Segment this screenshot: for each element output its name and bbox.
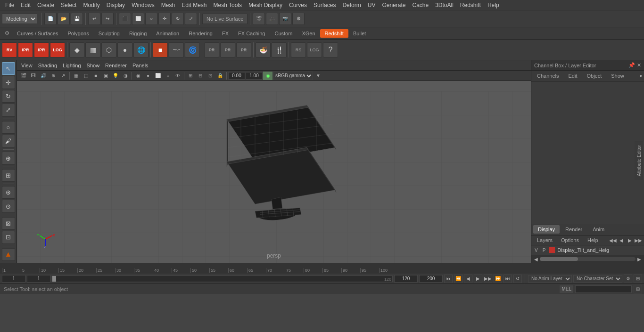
menu-mesh-display[interactable]: Mesh Display bbox=[245, 1, 286, 9]
max-end-input[interactable] bbox=[419, 275, 443, 283]
shelf-icon-ipr2[interactable]: IPR bbox=[34, 42, 49, 57]
new-file-button[interactable]: 📄 bbox=[44, 13, 57, 25]
layers-scrollbar[interactable]: ◀ ▶ bbox=[531, 255, 644, 263]
status-icon[interactable]: ⊞ bbox=[634, 285, 642, 293]
vp-smooth-icon[interactable]: ○ bbox=[163, 72, 173, 80]
paint-tool[interactable]: 🖌 bbox=[2, 135, 15, 147]
vp-gate-icon[interactable]: ⊡ bbox=[206, 72, 215, 80]
shelf-icon-diamond[interactable]: ◆ bbox=[69, 42, 84, 57]
menu-generate[interactable]: Generate bbox=[379, 1, 409, 9]
menu-mesh[interactable]: Mesh bbox=[158, 1, 178, 9]
undo-button[interactable]: ↩ bbox=[88, 13, 100, 25]
shelf-icon-log2[interactable]: LOG bbox=[307, 42, 322, 57]
cb-tab-channels[interactable]: Channels bbox=[533, 72, 562, 80]
layers-options[interactable]: Options bbox=[557, 236, 583, 244]
vp-menu-view[interactable]: View bbox=[19, 62, 35, 69]
tab-display[interactable]: Display bbox=[533, 225, 560, 234]
menu-display[interactable]: Display bbox=[103, 1, 128, 9]
channelbox-pin-icon[interactable]: 📌 bbox=[628, 62, 635, 68]
vp-shaded-icon[interactable]: ■ bbox=[91, 72, 100, 80]
lasso-tool[interactable]: ○ bbox=[2, 121, 15, 134]
shelf-icon-pr2[interactable]: PR bbox=[220, 42, 235, 57]
render-button-1[interactable]: 🎬 bbox=[253, 13, 265, 25]
tab-rendering[interactable]: Rendering bbox=[184, 29, 217, 38]
shelf-icon-spiral[interactable]: 🌀 bbox=[185, 42, 200, 57]
tab-xgen[interactable]: XGen bbox=[297, 29, 320, 38]
shelf-icon-bowl[interactable]: 🍜 bbox=[256, 42, 271, 57]
tab-sculpting[interactable]: Sculpting bbox=[94, 29, 124, 38]
select-tool-button[interactable]: ⬛ bbox=[119, 13, 131, 25]
render-button-2[interactable]: 🎥 bbox=[266, 13, 278, 25]
vp-grid-icon[interactable]: ▦ bbox=[71, 72, 81, 80]
vp-menu-lighting[interactable]: Lighting bbox=[60, 62, 83, 69]
vp-texture-icon[interactable]: ▣ bbox=[101, 72, 110, 80]
tab-bullet[interactable]: Bullet bbox=[348, 29, 371, 38]
vp-bbox-icon[interactable]: ⬜ bbox=[153, 72, 163, 80]
vp-color-icon[interactable]: ▼ bbox=[314, 72, 323, 80]
layers-help[interactable]: Help bbox=[584, 236, 602, 244]
display-tool[interactable]: ⊠ bbox=[2, 217, 15, 230]
timeline-ruler[interactable]: 1 5 10 15 20 25 30 35 40 45 50 55 60 65 … bbox=[0, 263, 644, 274]
layer-arrow-3[interactable]: ▶ bbox=[626, 236, 634, 244]
tab-animation[interactable]: Animation bbox=[151, 29, 184, 38]
scroll-left-arrow[interactable]: ◀ bbox=[532, 255, 540, 263]
layers-menu[interactable]: Layers bbox=[533, 236, 556, 244]
soft-select-tool[interactable]: ⊛ bbox=[2, 186, 15, 199]
scroll-thumb[interactable] bbox=[540, 257, 578, 261]
tab-anim[interactable]: Anim bbox=[588, 225, 609, 234]
menu-deform[interactable]: Deform bbox=[339, 1, 364, 9]
cb-tab-edit[interactable]: Edit bbox=[564, 72, 581, 80]
menu-mesh-tools[interactable]: Mesh Tools bbox=[210, 1, 245, 9]
scroll-right-arrow[interactable]: ▶ bbox=[636, 255, 643, 263]
layer-v-btn[interactable]: V bbox=[533, 247, 539, 253]
timeline-scrubber[interactable]: 120 bbox=[52, 275, 393, 282]
snap-tool[interactable]: ⊕ bbox=[2, 152, 15, 164]
vp-menu-panels[interactable]: Panels bbox=[130, 62, 151, 69]
menu-windows[interactable]: Windows bbox=[128, 1, 158, 9]
pb-step-back[interactable]: ⏪ bbox=[454, 275, 462, 283]
frame-all-tool[interactable]: ▲ bbox=[2, 248, 15, 261]
scale-tool-button[interactable]: ⤢ bbox=[185, 13, 197, 25]
bb-settings-icon[interactable]: ⚙ bbox=[624, 275, 632, 283]
shelf-settings-icon[interactable]: ⚙ bbox=[2, 28, 12, 39]
pb-goto-end[interactable]: ⏭ bbox=[504, 275, 512, 283]
scroll-track[interactable] bbox=[540, 257, 636, 261]
vp-val2-input[interactable] bbox=[246, 72, 263, 80]
pb-step-fwd[interactable]: ⏩ bbox=[494, 275, 502, 283]
menu-edit[interactable]: Edit bbox=[17, 1, 34, 9]
tab-custom[interactable]: Custom bbox=[270, 29, 297, 38]
vp-menu-show[interactable]: Show bbox=[84, 62, 102, 69]
menu-curves[interactable]: Curves bbox=[286, 1, 310, 9]
pb-next-frame[interactable]: ▶▶ bbox=[484, 275, 492, 283]
tab-fx-caching[interactable]: FX Caching bbox=[233, 29, 270, 38]
pb-play-fwd[interactable]: ▶ bbox=[474, 275, 482, 283]
open-file-button[interactable]: 📂 bbox=[58, 13, 70, 25]
layer-arrow-1[interactable]: ◀◀ bbox=[609, 236, 617, 244]
show-manip-tool[interactable]: ⊞ bbox=[2, 169, 15, 182]
vp-xray-icon[interactable]: ◉ bbox=[133, 72, 143, 80]
pb-prev-frame[interactable]: ◀ bbox=[464, 275, 472, 283]
char-set-select[interactable]: No Character Set bbox=[573, 275, 622, 283]
menu-redshift[interactable]: Redshift bbox=[457, 1, 484, 9]
vp-srgb-select[interactable]: sRGB gamma bbox=[273, 72, 313, 80]
shelf-icon-rs1[interactable]: RS bbox=[291, 42, 306, 57]
menu-edit-mesh[interactable]: Edit Mesh bbox=[178, 1, 210, 9]
shelf-icon-dome[interactable]: ⬡ bbox=[101, 42, 116, 57]
shelf-icon-fork[interactable]: 🍴 bbox=[272, 42, 287, 57]
tab-redshift[interactable]: Redshift bbox=[320, 29, 348, 38]
vp-wireframe-icon[interactable]: ⬚ bbox=[81, 72, 91, 80]
vp-audio-icon[interactable]: 🔊 bbox=[39, 72, 48, 80]
tab-polygons[interactable]: Polygons bbox=[63, 29, 93, 38]
display-tool2[interactable]: ⊡ bbox=[2, 231, 15, 243]
save-file-button[interactable]: 💾 bbox=[71, 13, 83, 25]
3d-scene[interactable]: X Y Z persp bbox=[17, 81, 531, 263]
cb-tab-show[interactable]: Show bbox=[607, 72, 628, 80]
vp-film-icon[interactable]: 🎞 bbox=[29, 72, 38, 80]
shelf-icon-pr3[interactable]: PR bbox=[236, 42, 251, 57]
render-button-3[interactable]: 📷 bbox=[279, 13, 291, 25]
current-frame-input[interactable] bbox=[2, 275, 25, 283]
shelf-icon-help[interactable]: ? bbox=[323, 42, 338, 57]
scale-tool[interactable]: ⤢ bbox=[2, 104, 15, 116]
shelf-icon-env[interactable]: 🌐 bbox=[133, 42, 149, 57]
lasso-tool-button[interactable]: ⬜ bbox=[132, 13, 144, 25]
